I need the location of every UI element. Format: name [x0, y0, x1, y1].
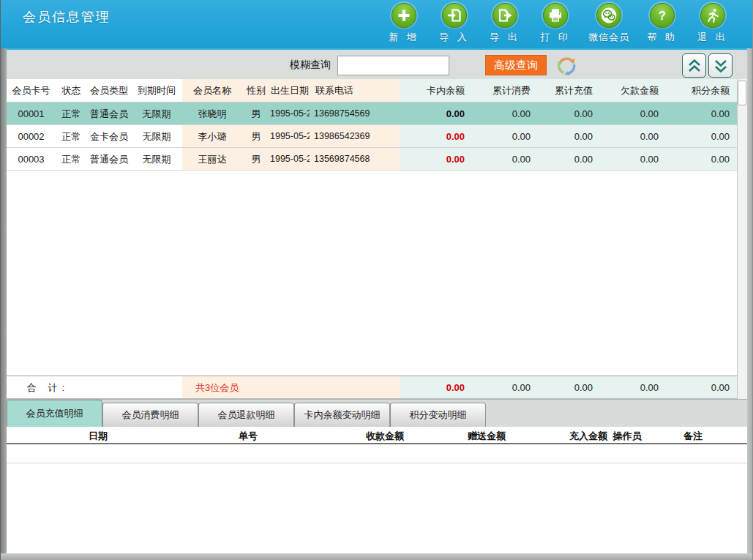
cell-total-recharge: 0.00: [535, 102, 597, 124]
column-header: 性别: [242, 79, 270, 102]
column-header: 会员名称: [182, 79, 242, 102]
bottom-edge-strip: [1, 553, 752, 560]
summary-label: 合 计:: [7, 376, 182, 398]
filter-bar: 模糊查询 高级查询: [7, 48, 747, 79]
print-button-label: 打 印: [540, 31, 571, 44]
tab-balance-change-detail[interactable]: 卡内余额变动明细: [294, 403, 390, 427]
column-header: 欠款金额: [597, 79, 663, 102]
chevron-double-up-icon[interactable]: [682, 53, 706, 78]
help-button-label: 帮 助: [647, 31, 678, 44]
detail-empty-row: [7, 444, 747, 463]
import-icon: [442, 3, 467, 28]
summary-debt: 0.00: [597, 376, 663, 398]
cell-name: 张晓明: [182, 102, 242, 124]
printer-icon: [543, 3, 568, 28]
summary-row: 合 计: 共3位会员 0.00 0.00 0.00 0.00 0.00: [7, 376, 738, 399]
import-button[interactable]: 导 入: [434, 3, 475, 44]
titlebar: 会员信息管理 新 增 导 入: [1, 0, 752, 48]
export-icon: [492, 3, 517, 28]
cell-name: 王丽达: [182, 148, 242, 170]
cell-birth: 1995-05-27: [270, 102, 310, 124]
advanced-search-button[interactable]: 高级查询: [485, 55, 547, 75]
column-header: 到期时间: [131, 79, 182, 102]
table-row[interactable]: 00001 正常 普通会员 无限期 张晓明 男 1995-05-27 13698…: [7, 102, 738, 125]
cell-expiry: 无限期: [131, 148, 182, 170]
detail-column-header: 备注: [683, 430, 703, 443]
cell-debt: 0.00: [597, 148, 663, 170]
cell-debt: 0.00: [597, 102, 663, 124]
cell-total-consume: 0.00: [469, 125, 535, 147]
summary-total-consume: 0.00: [469, 376, 535, 398]
print-button[interactable]: 打 印: [535, 3, 576, 44]
detail-column-header: 充入金额: [569, 430, 607, 443]
cell-points: 0.00: [663, 102, 738, 124]
member-info-window: 会员信息管理 新 增 导 入: [0, 0, 753, 560]
add-button[interactable]: 新 增: [383, 3, 424, 44]
table-empty-area: [7, 171, 738, 376]
cell-balance: 0.00: [400, 148, 469, 170]
cell-phone: 13569874568: [310, 148, 400, 170]
tab-refund-detail[interactable]: 会员退款明细: [198, 403, 294, 427]
column-header: 累计消费: [469, 79, 535, 102]
tab-recharge-detail[interactable]: 会员充值明细: [7, 400, 102, 427]
svg-text:?: ?: [659, 10, 666, 22]
add-button-label: 新 增: [389, 31, 419, 44]
left-edge-strip: [1, 48, 7, 553]
chevron-double-down-icon[interactable]: [708, 53, 733, 78]
right-edge-strip: [747, 48, 752, 553]
help-button[interactable]: ? 帮 助: [642, 3, 683, 44]
member-table-header: 会员卡号 状态 会员类型 到期时间 会员名称 性别 出生日期 联系电话 卡内余额…: [7, 79, 738, 102]
toolbar: 新 增 导 入: [383, 3, 733, 44]
detail-tabstrip: 会员充值明细 会员消费明细 会员退款明细 卡内余额变动明细 积分变动明细: [7, 399, 747, 427]
detail-table-header: 日期 单号 收款金额 赠送金额 充入金额 操作员 备注: [7, 427, 747, 444]
table-row[interactable]: 00003 正常 普通会员 无限期 王丽达 男 1995-05-27 13569…: [7, 148, 738, 171]
refresh-icon[interactable]: [553, 53, 580, 79]
exit-button[interactable]: 退 出: [692, 3, 733, 44]
table-row[interactable]: 00002 正常 金卡会员 无限期 李小璐 男 1995-05-27 13986…: [7, 125, 738, 148]
column-header: 出生日期: [270, 79, 310, 102]
detail-column-header: 单号: [239, 430, 258, 443]
detail-column-header: 日期: [89, 430, 108, 443]
cell-gender: 男: [242, 125, 270, 147]
cell-balance: 0.00: [400, 125, 469, 147]
tab-points-change-detail[interactable]: 积分变动明细: [390, 403, 486, 427]
tab-consume-detail[interactable]: 会员消费明细: [102, 403, 198, 427]
cell-balance: 0.00: [400, 102, 469, 124]
cell-card-no: 00002: [7, 125, 56, 147]
cell-status: 正常: [56, 102, 87, 124]
cell-total-consume: 0.00: [469, 102, 535, 124]
column-header: 联系电话: [310, 79, 400, 102]
fuzzy-search-input[interactable]: [337, 56, 449, 75]
column-header: 累计充值: [535, 79, 597, 102]
cell-expiry: 无限期: [131, 125, 182, 147]
wechat-member-button[interactable]: 微信会员: [585, 3, 632, 44]
detail-column-header: 赠送金额: [468, 430, 506, 443]
cell-card-no: 00001: [7, 102, 56, 124]
column-header: 会员类型: [87, 79, 131, 102]
vertical-scrollbar[interactable]: [737, 79, 747, 399]
cell-type: 金卡会员: [87, 125, 131, 147]
exit-icon: [700, 3, 725, 28]
wechat-member-button-label: 微信会员: [588, 31, 629, 44]
cell-type: 普通会员: [87, 148, 131, 170]
export-button[interactable]: 导 出: [484, 3, 525, 44]
plus-icon: [392, 3, 416, 28]
cell-phone: 13986542369: [310, 125, 400, 147]
cell-type: 普通会员: [87, 102, 131, 124]
cell-gender: 男: [242, 102, 270, 124]
cell-name: 李小璐: [182, 125, 242, 147]
cell-total-consume: 0.00: [469, 148, 535, 170]
page-title: 会员信息管理: [23, 8, 110, 26]
scrollbar-thumb[interactable]: [738, 81, 746, 105]
column-header: 状态: [56, 79, 87, 102]
cell-total-recharge: 0.00: [535, 125, 597, 147]
cell-card-no: 00003: [7, 148, 56, 170]
cell-status: 正常: [56, 125, 87, 147]
column-header: 积分余额: [663, 79, 738, 102]
summary-balance: 0.00: [400, 376, 469, 398]
summary-points: 0.00: [663, 376, 738, 398]
member-count-text: 共3位会员: [182, 376, 400, 398]
cell-debt: 0.00: [597, 125, 663, 147]
detail-column-header: 操作员: [613, 430, 642, 443]
cell-status: 正常: [56, 148, 87, 170]
